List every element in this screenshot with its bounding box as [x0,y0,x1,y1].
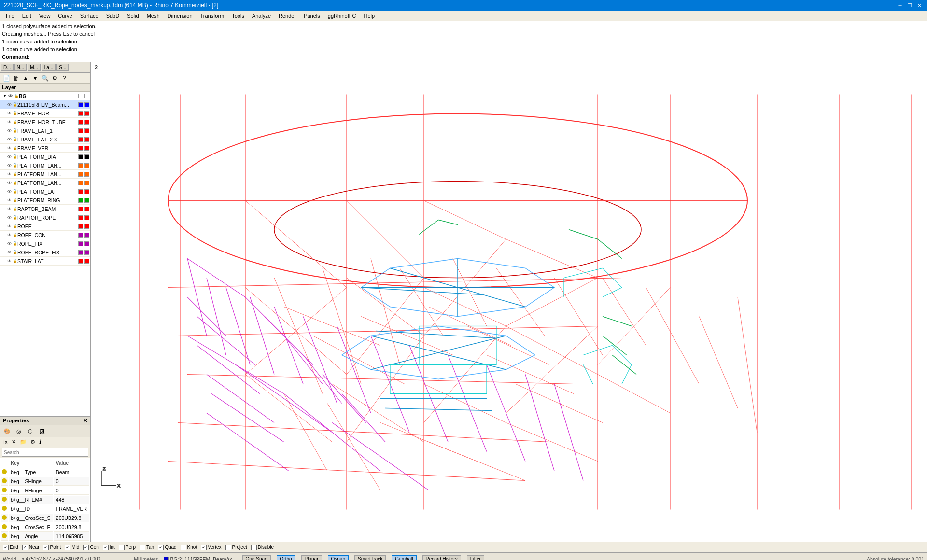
layer-color-swatch[interactable] [78,94,83,98]
osnap-item-quad[interactable]: Quad [158,545,176,550]
menu-item-analyze[interactable]: Analyze [248,12,275,20]
osnap-item-vertex[interactable]: Vertex [201,545,221,550]
filter-icon[interactable]: 🔍 [41,74,49,83]
layer-color-swatch[interactable] [78,233,83,238]
layer-lock-icon[interactable]: 🔓 [13,128,17,133]
osnap-checkbox[interactable] [3,545,9,550]
layer-color-swatch[interactable] [78,128,83,133]
osnap-item-perp[interactable]: Perp [119,545,136,550]
command-input[interactable] [31,54,128,60]
layer-material-color[interactable] [84,259,89,264]
osnap-item-int[interactable]: Int [103,545,115,550]
restore-button[interactable]: ❐ [906,1,913,9]
layer-material-color[interactable] [84,207,89,211]
layer-lock-icon[interactable]: 🔓 [14,94,19,98]
menu-item-render[interactable]: Render [275,12,300,20]
layer-item[interactable]: 👁🔓PLATFORM_LAN... [0,170,90,179]
layer-material-color[interactable] [84,224,89,229]
panel-tab-1[interactable]: N... [14,64,27,71]
props-tab-display[interactable]: 🎨 [2,426,13,436]
layer-lock-icon[interactable]: 🔓 [13,120,17,124]
layer-item[interactable]: 👁🔓211115RFEM_Beam... [0,100,90,109]
layer-lock-icon[interactable]: 🔓 [13,181,17,185]
property-value[interactable]: 448 [54,496,89,504]
osnap-checkbox[interactable] [181,545,186,550]
layer-material-color[interactable] [84,215,89,220]
layer-item[interactable]: 👁🔓FRAME_LAT_1 [0,126,90,135]
filter-button[interactable]: Filter [467,555,484,560]
layer-lock-icon[interactable]: 🔓 [13,198,17,202]
layer-item[interactable]: 👁🔓FRAME_HOR [0,109,90,118]
layer-lock-icon[interactable]: 🔓 [13,259,17,263]
layer-color-swatch[interactable] [78,154,83,159]
menu-item-subd[interactable]: SubD [102,12,124,20]
new-layer-icon[interactable]: 📄 [2,74,11,83]
props-info-icon[interactable]: ℹ [38,438,42,446]
props-tab-render[interactable]: 🖼 [37,426,47,436]
layer-color-swatch[interactable] [78,137,83,142]
layer-item[interactable]: 👁🔓RAPTOR_ROPE [0,213,90,222]
command-prompt[interactable]: Command: [2,53,925,61]
property-value[interactable]: FRAME_VER [54,505,89,513]
menu-item-surface[interactable]: Surface [76,12,102,20]
gumball-button[interactable]: Gumball [392,555,416,560]
layer-status-name[interactable]: BG:211115RFEM_BeamAx... [170,556,236,560]
osnap-checkbox[interactable] [140,545,145,550]
layer-lock-icon[interactable]: 🔓 [13,233,17,237]
layer-item[interactable]: ▼👁🔓BG [0,92,90,100]
layer-color-swatch[interactable] [78,102,83,107]
layer-visibility-icon[interactable]: 👁 [7,233,12,238]
layer-expand-icon[interactable]: ▼ [3,94,7,98]
layer-item[interactable]: 👁🔓RAPTOR_BEAM [0,205,90,213]
layer-item[interactable]: 👁🔓PLATFORM_LAN... [0,179,90,187]
panel-tab-2[interactable]: M... [28,64,41,71]
properties-close-icon[interactable]: ✕ [83,418,87,424]
smarttrack-button[interactable]: SmartTrack [354,555,386,560]
layer-item[interactable]: 👁🔓ROPE_ROPE_FIX [0,248,90,257]
layer-item[interactable]: 👁🔓PLATFORM_RING [0,196,90,205]
layer-color-swatch[interactable] [78,189,83,194]
layer-color-swatch[interactable] [78,241,83,246]
layer-item[interactable]: 👁🔓PLATFORM_DIA [0,153,90,161]
ortho-button[interactable]: Ortho [277,555,295,560]
osnap-item-cen[interactable]: Cen [83,545,98,550]
layer-item[interactable]: 👁🔓PLATFORM_LAN... [0,161,90,170]
layer-material-color[interactable] [84,198,89,203]
layer-material-color[interactable] [84,250,89,255]
osnap-item-disable[interactable]: Disable [251,545,274,550]
osnap-checkbox[interactable] [201,545,207,550]
layer-material-color[interactable] [84,181,89,185]
props-gear-icon[interactable]: ⚙ [29,438,37,446]
menu-item-file[interactable]: File [2,12,18,20]
viewport[interactable]: 2 [91,62,927,542]
layer-visibility-icon[interactable]: 👁 [7,163,12,168]
layer-color-swatch[interactable] [78,215,83,220]
property-value[interactable]: 0 [54,477,89,486]
layer-color-swatch[interactable] [78,111,83,116]
planar-button[interactable]: Planar [301,555,322,560]
property-value[interactable]: 114.065985 [54,532,89,541]
layer-lock-icon[interactable]: 🔓 [13,163,17,168]
osnap-checkbox[interactable] [43,545,49,550]
panel-tab-0[interactable]: D... [1,64,14,71]
props-tab-object[interactable]: ⬡ [25,426,36,436]
layer-lock-icon[interactable]: 🔓 [13,137,17,141]
delete-layer-icon[interactable]: 🗑 [12,74,20,83]
props-tab-material[interactable]: ◎ [14,426,24,436]
layer-visibility-icon[interactable]: 👁 [7,250,12,255]
layer-visibility-icon[interactable]: 👁 [7,181,12,185]
menu-item-help[interactable]: Help [360,12,379,20]
layer-item[interactable]: 👁🔓ROPE_FIX [0,239,90,248]
panel-tab-4[interactable]: S... [56,64,69,71]
property-value[interactable]: 200UB29.8 [54,523,89,532]
layer-lock-icon[interactable]: 🔓 [13,154,17,159]
osnap-checkbox[interactable] [251,545,257,550]
layer-visibility-icon[interactable]: 👁 [7,198,12,203]
layer-color-swatch[interactable] [78,146,83,151]
osnap-checkbox[interactable] [22,545,28,550]
menu-item-transform[interactable]: Transform [197,12,228,20]
layer-lock-icon[interactable]: 🔓 [13,172,17,176]
layer-material-color[interactable] [84,102,89,107]
grid-snap-button[interactable]: Grid Snap [242,555,271,560]
layer-lock-icon[interactable]: 🔓 [13,146,17,150]
